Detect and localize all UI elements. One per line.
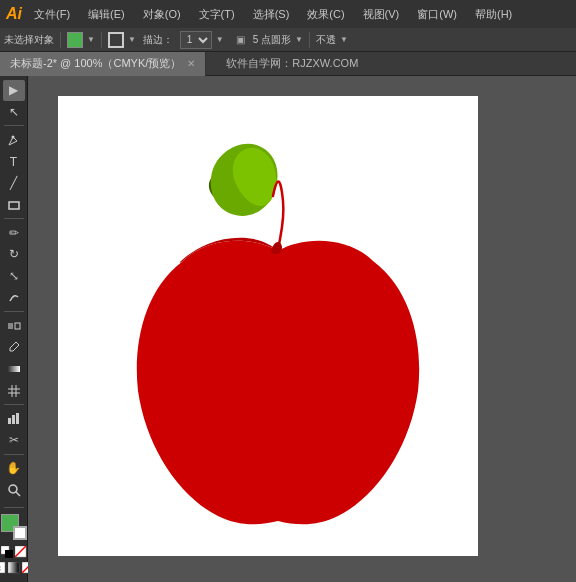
menu-bar: 文件(F) 编辑(E) 对象(O) 文字(T) 选择(S) 效果(C) 视图(V… bbox=[30, 5, 516, 24]
svg-rect-1 bbox=[9, 202, 19, 209]
stroke-label: 描边： bbox=[140, 32, 176, 48]
tab-document-label: 未标题-2* @ 100%（CMYK/预览） bbox=[10, 56, 181, 71]
stroke-width-arrow[interactable]: ▼ bbox=[216, 35, 224, 44]
menu-type[interactable]: 文字(T) bbox=[195, 5, 239, 24]
fill-stroke-swatches[interactable] bbox=[1, 514, 27, 540]
brush-dropdown-arrow[interactable]: ▼ bbox=[295, 35, 303, 44]
title-bar: Ai 文件(F) 编辑(E) 对象(O) 文字(T) 选择(S) 效果(C) 视… bbox=[0, 0, 576, 28]
fill-dropdown-arrow[interactable]: ▼ bbox=[87, 35, 95, 44]
chart-tool[interactable] bbox=[3, 408, 25, 429]
canvas-area bbox=[28, 76, 576, 582]
hand-tool[interactable]: ✋ bbox=[3, 457, 25, 478]
selection-status: 未选择对象 bbox=[4, 33, 54, 47]
apple-body bbox=[137, 241, 419, 525]
svg-rect-9 bbox=[8, 418, 11, 424]
tool-separator-1 bbox=[4, 125, 24, 126]
toolbar-separator-2 bbox=[101, 32, 102, 48]
mesh-tool[interactable] bbox=[3, 380, 25, 401]
stroke-dropdown-arrow[interactable]: ▼ bbox=[128, 35, 136, 44]
color-separator bbox=[4, 507, 24, 508]
default-colors-icon[interactable] bbox=[1, 546, 13, 558]
default-none-area bbox=[1, 546, 27, 558]
menu-edit[interactable]: 编辑(E) bbox=[84, 5, 129, 24]
opacity-input-area: ▣ bbox=[236, 34, 245, 45]
svg-rect-10 bbox=[12, 415, 15, 424]
fill-color-swatch[interactable] bbox=[67, 32, 83, 48]
tools-panel: ▶ ↖ T ╱ ✏ ↻ ⤡ ✂ bbox=[0, 76, 28, 582]
svg-rect-2 bbox=[8, 323, 13, 329]
stroke-icon bbox=[108, 32, 124, 48]
tab-close-button[interactable]: ✕ bbox=[187, 58, 195, 69]
options-toolbar: 未选择对象 ▼ ▼ 描边： 125 ▼ ▣ 5 点圆形 ▼ 不透 ▼ bbox=[0, 28, 576, 52]
tab-bar: 未标题-2* @ 100%（CMYK/预览） ✕ 软件自学网：RJZXW.COM bbox=[0, 52, 576, 76]
watermark-text: 软件自学网：RJZXW.COM bbox=[226, 56, 358, 71]
brush-point-label: 5 点圆形 bbox=[253, 33, 291, 47]
menu-effect[interactable]: 效果(C) bbox=[303, 5, 348, 24]
pencil-tool[interactable]: ✏ bbox=[3, 222, 25, 243]
blending-mode-label: 不透 bbox=[316, 33, 336, 47]
direct-select-tool[interactable]: ↖ bbox=[3, 102, 25, 123]
svg-point-12 bbox=[9, 485, 17, 493]
line-tool[interactable]: ╱ bbox=[3, 173, 25, 194]
blend-dropdown-arrow[interactable]: ▼ bbox=[340, 35, 348, 44]
svg-rect-4 bbox=[8, 366, 20, 372]
eyedropper-tool[interactable] bbox=[3, 337, 25, 358]
menu-file[interactable]: 文件(F) bbox=[30, 5, 74, 24]
menu-select[interactable]: 选择(S) bbox=[249, 5, 294, 24]
toolbar-separator-3 bbox=[309, 32, 310, 48]
tool-separator-3 bbox=[4, 311, 24, 312]
pen-tool[interactable] bbox=[3, 129, 25, 150]
rectangle-tool[interactable] bbox=[3, 195, 25, 216]
stroke-width-select[interactable]: 125 bbox=[180, 31, 212, 49]
menu-view[interactable]: 视图(V) bbox=[359, 5, 404, 24]
tool-separator-5 bbox=[4, 454, 24, 455]
scale-tool[interactable]: ⤡ bbox=[3, 266, 25, 287]
tab-document[interactable]: 未标题-2* @ 100%（CMYK/预览） ✕ bbox=[0, 52, 206, 76]
none-icon[interactable] bbox=[15, 546, 27, 558]
apple-svg bbox=[88, 106, 468, 536]
blend-tool[interactable] bbox=[3, 315, 25, 336]
toolbar-separator-1 bbox=[60, 32, 61, 48]
gradient-tool[interactable] bbox=[3, 359, 25, 380]
color-mode-icon[interactable]: C bbox=[0, 562, 6, 574]
svg-rect-20 bbox=[8, 562, 19, 573]
tool-separator-2 bbox=[4, 218, 24, 219]
svg-rect-18 bbox=[0, 562, 5, 573]
menu-object[interactable]: 对象(O) bbox=[139, 5, 185, 24]
apple-illustration bbox=[88, 106, 468, 536]
svg-rect-15 bbox=[5, 550, 13, 558]
svg-rect-11 bbox=[16, 413, 19, 424]
tool-separator-4 bbox=[4, 404, 24, 405]
rotate-tool[interactable]: ↻ bbox=[3, 244, 25, 265]
svg-point-0 bbox=[11, 135, 14, 138]
type-tool[interactable]: T bbox=[3, 151, 25, 172]
svg-rect-3 bbox=[15, 323, 20, 329]
menu-help[interactable]: 帮助(H) bbox=[471, 5, 516, 24]
main-area: ▶ ↖ T ╱ ✏ ↻ ⤡ ✂ bbox=[0, 76, 576, 582]
menu-window[interactable]: 窗口(W) bbox=[413, 5, 461, 24]
slice-tool[interactable]: ✂ bbox=[3, 430, 25, 451]
apple-stem-path bbox=[273, 182, 283, 251]
svg-text:C: C bbox=[0, 565, 1, 572]
warp-tool[interactable] bbox=[3, 287, 25, 308]
select-tool[interactable]: ▶ bbox=[3, 80, 25, 101]
gradient-mode-icon[interactable] bbox=[8, 562, 20, 574]
app-logo: Ai bbox=[6, 5, 22, 23]
svg-line-13 bbox=[16, 492, 20, 496]
stroke-swatch[interactable] bbox=[13, 526, 27, 540]
zoom-tool[interactable] bbox=[3, 479, 25, 500]
